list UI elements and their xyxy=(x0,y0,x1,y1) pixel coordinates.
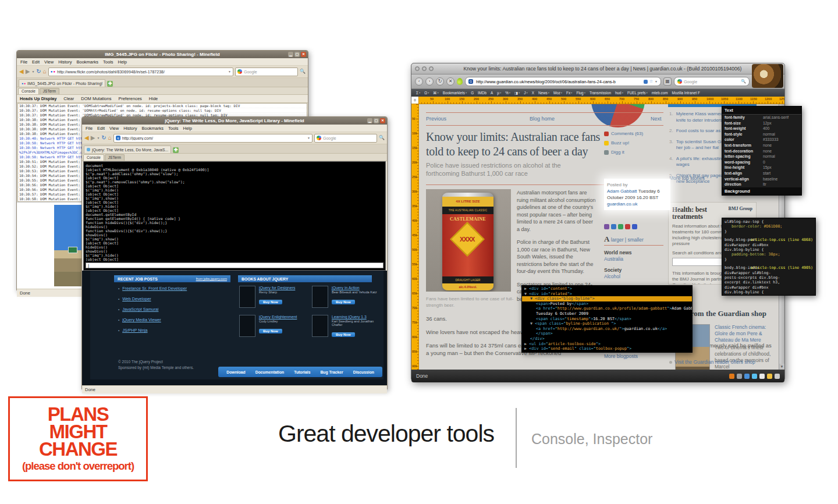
book-cover-image[interactable] xyxy=(239,315,255,337)
css-rule[interactable]: ul#blog-nav-top {border-color: #D61D00;} xyxy=(725,219,813,234)
close-button[interactable]: ✕ xyxy=(380,118,385,123)
previous-link[interactable]: Previous xyxy=(426,116,446,122)
bookmark-item[interactable]: Σ▾ xyxy=(416,91,420,95)
hud-button-dom-mutations[interactable]: DOM Mutations xyxy=(81,96,111,101)
window-titlebar[interactable]: Know your limits: Australian race fans t… xyxy=(411,63,784,74)
menu-view[interactable]: View xyxy=(109,126,119,131)
bookmark-item[interactable]: G xyxy=(471,91,474,95)
url-bar[interactable]: q ▼ xyxy=(113,134,313,143)
job-link[interactable]: Web Developer xyxy=(122,296,151,301)
home-icon[interactable]: ⌂ xyxy=(43,69,47,74)
bookmark-item[interactable]: hud▾ xyxy=(615,91,623,95)
html-tree-line[interactable]: ▼ <div id="related"> xyxy=(522,292,692,297)
more-top-stories-link[interactable]: More top stories xyxy=(669,175,705,181)
menu-history[interactable]: History xyxy=(58,59,72,65)
greasemonkey-icon[interactable] xyxy=(457,78,463,85)
menu-tools[interactable]: Tools xyxy=(168,126,179,131)
url-dropdown-icon[interactable]: ▼ xyxy=(307,136,310,140)
menu-bookmarks[interactable]: Bookmarks xyxy=(142,126,164,131)
buy-now-button[interactable]: Buy Now xyxy=(259,300,282,304)
book-title-link[interactable]: jQuery in Action xyxy=(332,286,377,290)
new-tab-button[interactable]: ✚ xyxy=(107,81,113,87)
book-title-link[interactable]: jQuery for Designers xyxy=(259,286,295,290)
computed-property-row[interactable]: text-decorationnone xyxy=(722,148,801,154)
url-input[interactable] xyxy=(57,70,226,74)
buy-now-button[interactable]: Buy Now xyxy=(332,332,355,337)
bookmark-item[interactable]: %▾ xyxy=(505,91,510,95)
computed-property-row[interactable]: directionltr xyxy=(722,182,801,187)
job-link[interactable]: jQuery Media Viewer xyxy=(122,317,161,322)
topic-link[interactable]: Australia xyxy=(604,256,623,262)
jsterm-input[interactable]: | xyxy=(86,262,384,268)
bookmark-item[interactable]: J▾ xyxy=(524,91,527,95)
html-tree-line[interactable]: ▼ <span class="byline-publication "> xyxy=(522,321,692,326)
html-tree-line[interactable]: Tuesday 6 October 2009 xyxy=(522,311,692,317)
chevron-down-icon[interactable]: ▼ xyxy=(97,136,100,140)
share-icon[interactable] xyxy=(632,224,637,229)
home-icon[interactable]: ⌂ xyxy=(108,135,112,141)
search-box[interactable]: Google 🔍 xyxy=(674,77,750,86)
digg-link[interactable]: Digg it xyxy=(604,150,624,155)
buy-now-button[interactable]: Buy Now xyxy=(259,329,282,333)
css-file-ref[interactable]: article-top.css (line 4868) xyxy=(751,237,813,242)
css-declaration[interactable]: padding-bottom: 30px; xyxy=(725,252,813,257)
url-input[interactable] xyxy=(475,79,642,85)
console-tab-console[interactable]: Console xyxy=(18,88,39,94)
html-tree-line[interactable]: </div> xyxy=(522,336,692,342)
console-tab-console[interactable]: Console xyxy=(83,154,104,161)
bookmark-item[interactable]: Moz▾ xyxy=(553,91,562,95)
reload-icon[interactable]: ↻ xyxy=(436,77,444,86)
bookmark-item[interactable]: Transmission xyxy=(590,91,611,95)
minimize-button[interactable] xyxy=(422,66,427,71)
bookmark-item[interactable]: Fx▾ xyxy=(566,91,572,95)
computed-property-row[interactable]: text-alignstart xyxy=(722,171,801,176)
fontsize-links[interactable]: larger | smaller xyxy=(611,237,644,243)
html-tree-line[interactable]: <span class="timestamp">16.20 BST</span> xyxy=(522,317,692,322)
menu-help[interactable]: Help xyxy=(183,126,192,131)
byline-publication-link[interactable]: guardian.co.uk xyxy=(607,201,637,207)
footer-nav-discussion[interactable]: Discussion xyxy=(353,370,374,374)
stop-icon[interactable]: ✕ xyxy=(446,77,454,86)
back-icon[interactable]: ‹ xyxy=(415,77,423,86)
computed-section-background[interactable]: Background xyxy=(722,187,801,196)
minimize-button[interactable]: ▁ xyxy=(367,118,372,123)
tab-jquery[interactable]: jQuery: The Write Less, Do More, JavaS..… xyxy=(84,145,171,153)
bookmark-item[interactable]: µ▾ xyxy=(497,91,501,95)
next-link[interactable]: Next xyxy=(651,116,662,122)
hud-button-clear[interactable]: Clear xyxy=(63,96,74,101)
close-button[interactable]: ✕ xyxy=(301,52,306,57)
status-extension-icon[interactable] xyxy=(752,374,757,379)
search-icon[interactable]: 🔍 xyxy=(379,135,385,141)
menu-view[interactable]: View xyxy=(44,59,54,65)
status-extension-icon[interactable] xyxy=(729,374,734,379)
job-link[interactable]: JavaScript Samurai xyxy=(122,307,158,312)
bookmark-item[interactable]: A xyxy=(491,91,493,95)
hud-button-preferences[interactable]: Preferences xyxy=(118,96,141,101)
url-dropdown-icon[interactable]: ▼ xyxy=(655,80,658,83)
bookmark-item[interactable]: X xyxy=(532,91,534,95)
star-icon[interactable]: ☆ xyxy=(649,79,653,84)
url-bar[interactable]: ●● ▼ xyxy=(48,68,233,76)
html-tree-line[interactable]: </span> xyxy=(522,331,692,336)
blog-home-link[interactable]: Blog home xyxy=(530,116,555,122)
menu-file[interactable]: File xyxy=(20,59,27,65)
bookmark-item[interactable]: Flug▾ xyxy=(576,91,585,95)
status-extension-icon[interactable] xyxy=(744,374,750,379)
minimize-button[interactable]: ▁ xyxy=(288,52,293,57)
jobs-from-link[interactable]: from jobs.jquery.com xyxy=(196,277,227,281)
share-icon[interactable] xyxy=(611,224,616,229)
menu-file[interactable]: File xyxy=(86,126,93,131)
url-input[interactable] xyxy=(122,136,306,140)
tab-flickr[interactable]: ●● IMG_5445.JPG on Flickr - Photo Sharin… xyxy=(19,79,105,87)
reload-icon[interactable]: ↻ xyxy=(101,135,106,141)
computed-property-row[interactable]: text-transformnone xyxy=(722,143,801,148)
book-cover-image[interactable] xyxy=(312,315,328,337)
css-rule[interactable]: body.blog-indexarticle-top.css (line 490… xyxy=(725,265,813,296)
back-icon[interactable]: ◀ xyxy=(19,69,24,74)
console-tab-jsterm[interactable]: JSTerm xyxy=(105,154,125,161)
computed-property-row[interactable]: font-familyarial,sans-serif xyxy=(722,115,801,120)
menu-history[interactable]: History xyxy=(123,126,137,131)
html-tree-line[interactable]: ▶ <div id="send-email" class="toolbox-po… xyxy=(522,346,692,352)
job-link[interactable]: Freelance Sr. Front End Developer xyxy=(122,286,187,291)
search-box[interactable]: Google xyxy=(314,134,377,143)
